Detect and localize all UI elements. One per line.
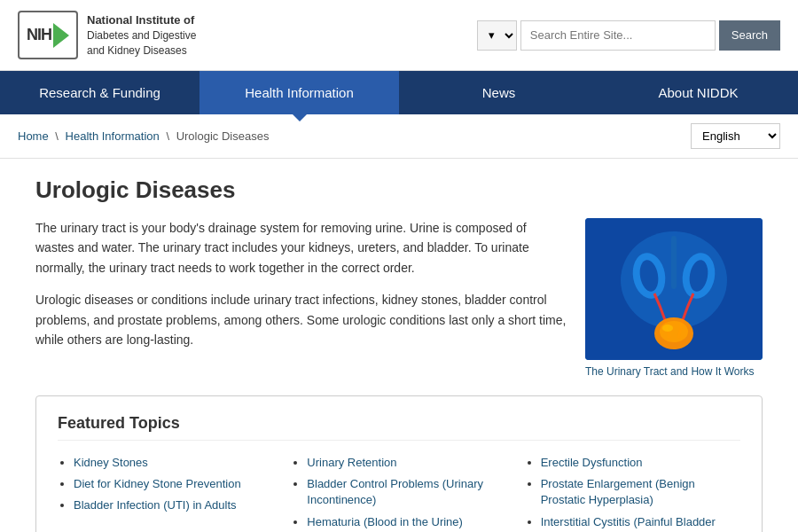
image-caption[interactable]: The Urinary Tract and How It Works xyxy=(585,365,763,378)
nav-item-news[interactable]: News xyxy=(399,71,598,114)
urinary-tract-image xyxy=(585,218,763,360)
org-name-line3: and Kidney Diseases xyxy=(87,43,196,59)
topic-kidney-stones[interactable]: Kidney Stones xyxy=(74,456,148,469)
featured-title: Featured Topics xyxy=(58,414,740,441)
search-button[interactable]: Search xyxy=(719,20,780,51)
svg-point-8 xyxy=(662,325,673,332)
topic-column-3: Erectile Dysfunction Prostate Enlargemen… xyxy=(525,455,740,532)
breadcrumb-sep-1: \ xyxy=(55,129,61,143)
site-header: NIH National Institute of Diabetes and D… xyxy=(0,0,798,71)
list-item: Bladder Control Problems (Urinary Incont… xyxy=(307,476,506,508)
nih-text: NIH xyxy=(27,26,51,44)
topics-grid: Kidney Stones Diet for Kidney Stone Prev… xyxy=(58,455,740,532)
list-item: Hematuria (Blood in the Urine) xyxy=(307,514,506,530)
search-scope-dropdown[interactable]: ▾ xyxy=(477,20,517,51)
org-name-line1: National Institute of xyxy=(87,12,196,28)
nih-logo: NIH xyxy=(18,11,78,59)
featured-topics-box: Featured Topics Kidney Stones Diet for K… xyxy=(35,395,763,532)
breadcrumb-home[interactable]: Home xyxy=(18,129,49,143)
list-item: Kidney Stones xyxy=(74,455,273,471)
logo-area: NIH National Institute of Diabetes and D… xyxy=(18,11,196,59)
svg-rect-9 xyxy=(671,236,677,289)
breadcrumb-current: Urologic Diseases xyxy=(176,129,270,143)
nav-item-health[interactable]: Health Information xyxy=(200,71,399,114)
list-item: Bladder Infection (UTI) in Adults xyxy=(74,497,273,513)
content-area: The urinary tract is your body's drainag… xyxy=(35,218,763,378)
org-name: National Institute of Diabetes and Diges… xyxy=(87,12,196,59)
intro-paragraph-1: The urinary tract is your body's drainag… xyxy=(35,218,567,278)
list-item: Erectile Dysfunction xyxy=(541,455,740,471)
breadcrumb-health[interactable]: Health Information xyxy=(66,129,160,143)
nav-item-about[interactable]: About NIDDK xyxy=(598,71,798,114)
breadcrumb-sep-2: \ xyxy=(166,129,172,143)
svg-point-7 xyxy=(660,321,688,342)
logo-arrow-icon xyxy=(53,23,69,48)
main-nav: Research & Funding Health Information Ne… xyxy=(0,71,798,114)
topic-prostate[interactable]: Prostate Enlargement (Benign Prostatic H… xyxy=(541,477,695,506)
intro-paragraph-2: Urologic diseases or conditions include … xyxy=(35,290,567,349)
page-title: Urologic Diseases xyxy=(35,176,763,204)
search-area: ▾ Search xyxy=(477,20,780,51)
topic-bladder-control[interactable]: Bladder Control Problems (Urinary Incont… xyxy=(307,477,483,506)
list-item: Diet for Kidney Stone Prevention xyxy=(74,476,273,492)
topic-cystitis[interactable]: Interstitial Cystitis (Painful Bladder S… xyxy=(541,515,716,532)
list-item: Prostate Enlargement (Benign Prostatic H… xyxy=(541,476,740,508)
breadcrumb-bar: Home \ Health Information \ Urologic Dis… xyxy=(0,114,798,159)
topic-column-1: Kidney Stones Diet for Kidney Stone Prev… xyxy=(58,455,273,532)
content-text: The urinary tract is your body's drainag… xyxy=(35,218,567,378)
list-item: Urinary Retention xyxy=(307,455,506,471)
topic-column-2: Urinary Retention Bladder Control Proble… xyxy=(291,455,506,532)
topic-diet-kidney[interactable]: Diet for Kidney Stone Prevention xyxy=(74,477,241,490)
topic-erectile[interactable]: Erectile Dysfunction xyxy=(541,456,643,469)
org-name-line2: Diabetes and Digestive xyxy=(87,28,196,43)
nav-item-research[interactable]: Research & Funding xyxy=(0,71,200,114)
main-content: Urologic Diseases The urinary tract is y… xyxy=(0,159,798,532)
language-selector[interactable]: English Español xyxy=(691,123,780,149)
image-area: The Urinary Tract and How It Works xyxy=(585,218,763,378)
list-item: Interstitial Cystitis (Painful Bladder S… xyxy=(541,514,740,532)
urinary-tract-svg xyxy=(585,218,763,360)
search-input[interactable] xyxy=(520,20,716,51)
topic-urinary-retention[interactable]: Urinary Retention xyxy=(307,456,396,469)
topic-hematuria[interactable]: Hematuria (Blood in the Urine) xyxy=(307,515,463,528)
topic-bladder-infection[interactable]: Bladder Infection (UTI) in Adults xyxy=(74,498,237,512)
breadcrumb: Home \ Health Information \ Urologic Dis… xyxy=(18,129,269,143)
